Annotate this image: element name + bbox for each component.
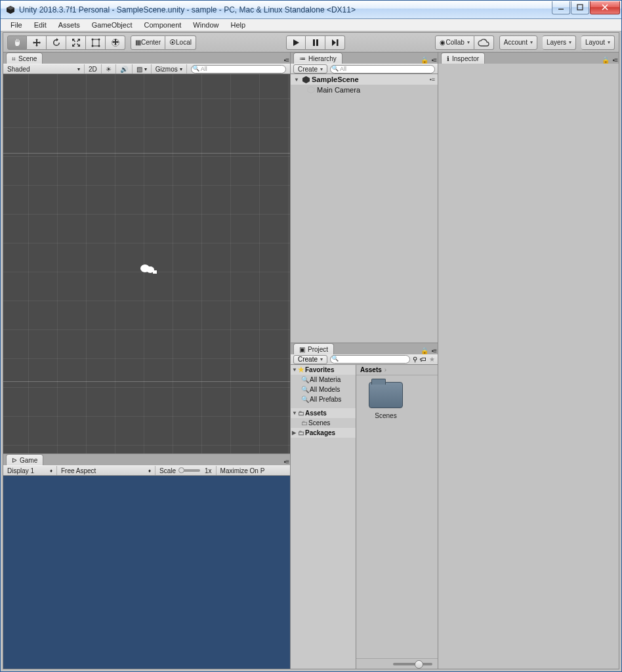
svg-point-7 bbox=[91, 38, 93, 40]
play-button[interactable] bbox=[286, 35, 306, 50]
scene-view[interactable] bbox=[3, 74, 290, 453]
favorite-item[interactable]: 🔍All Models bbox=[291, 385, 356, 394]
scene-tab[interactable]: ⌗Scene bbox=[6, 52, 43, 64]
scene-menu-icon[interactable]: ▪≡ bbox=[430, 76, 435, 83]
menu-edit[interactable]: Edit bbox=[28, 20, 52, 30]
layers-dropdown[interactable]: Layers bbox=[543, 35, 576, 50]
game-aspect-dropdown[interactable]: Free Aspect♦ bbox=[57, 466, 156, 475]
project-panel: ▣Project 🔒 ▪≡ Create ⚲ 🏷 ★ ▼★Favorites bbox=[291, 343, 438, 669]
hierarchy-tab[interactable]: ≔Hierarchy bbox=[293, 52, 342, 64]
folder-item[interactable]: Scenes bbox=[363, 382, 409, 419]
camera-gizmo-icon[interactable] bbox=[138, 263, 158, 280]
project-tree[interactable]: ▼★Favorites 🔍All Materia 🔍All Models 🔍Al… bbox=[291, 365, 356, 669]
asset-folder-item[interactable]: 🗀Scenes bbox=[291, 418, 356, 428]
favorites-header[interactable]: ▼★Favorites bbox=[291, 365, 356, 375]
inspector-body[interactable] bbox=[438, 64, 619, 669]
hierarchy-create-dropdown[interactable]: Create bbox=[293, 64, 327, 74]
svg-rect-16 bbox=[337, 39, 339, 46]
step-button[interactable] bbox=[325, 35, 345, 50]
hierarchy-scene-row[interactable]: ▼ SampleScene ▪≡ bbox=[291, 74, 438, 85]
game-scale[interactable]: Scale 1x bbox=[156, 466, 217, 475]
close-button[interactable] bbox=[590, 1, 620, 14]
game-tab[interactable]: ᐅGame bbox=[6, 454, 43, 465]
pause-button[interactable] bbox=[306, 35, 325, 50]
inspector-tab[interactable]: ℹInspector bbox=[441, 52, 485, 64]
rotate-tool-button[interactable] bbox=[47, 35, 66, 50]
transform-tool-button[interactable] bbox=[106, 35, 125, 50]
menu-window[interactable]: Window bbox=[187, 20, 224, 30]
menu-gameobject[interactable]: GameObject bbox=[86, 20, 138, 30]
account-dropdown[interactable]: Account bbox=[499, 35, 537, 50]
hierarchy-scene-label: SampleScene bbox=[312, 75, 359, 83]
fold-icon[interactable]: ▼ bbox=[293, 77, 300, 83]
editor-area: ▦ Center ⦿ Local ◉ Collab Account Layers… bbox=[3, 32, 619, 669]
scene-tab-menu-icon[interactable]: ▪≡ bbox=[284, 56, 289, 64]
titlebar[interactable]: Unity 2018.3.7f1 Personal - SampleScene.… bbox=[1, 1, 621, 19]
gameobject-icon bbox=[306, 85, 316, 94]
favorite-item[interactable]: 🔍All Materia bbox=[291, 375, 356, 385]
application-window: Unity 2018.3.7f1 Personal - SampleScene.… bbox=[0, 0, 622, 672]
hierarchy-search[interactable]: All bbox=[330, 65, 435, 74]
game-view[interactable] bbox=[3, 476, 290, 669]
assets-header[interactable]: ▼🗀Assets bbox=[291, 408, 356, 418]
scene-lighting-toggle[interactable]: ☀ bbox=[102, 64, 116, 74]
project-lock-icon[interactable]: 🔒 bbox=[421, 347, 428, 354]
menu-assets[interactable]: Assets bbox=[52, 20, 86, 30]
layout-dropdown[interactable]: Layout bbox=[581, 35, 615, 50]
rect-tool-button[interactable] bbox=[86, 35, 106, 50]
project-zoom-slider[interactable] bbox=[393, 663, 432, 665]
game-tabrow: ᐅGame ▪≡ bbox=[3, 454, 290, 465]
menu-help[interactable]: Help bbox=[224, 20, 251, 30]
game-tab-menu-icon[interactable]: ▪≡ bbox=[284, 458, 289, 465]
scene-axis-line bbox=[3, 153, 290, 154]
game-display-dropdown[interactable]: Display 1♦ bbox=[3, 466, 57, 475]
game-toolbar: Display 1♦ Free Aspect♦ Scale 1x Maximiz… bbox=[3, 465, 290, 476]
menu-component[interactable]: Component bbox=[138, 20, 187, 30]
hand-tool-button[interactable] bbox=[7, 35, 27, 50]
project-breadcrumb[interactable]: Assets› bbox=[356, 365, 438, 375]
scale-tool-button[interactable] bbox=[66, 35, 86, 50]
scene-audio-toggle[interactable]: 🔊 bbox=[116, 64, 133, 74]
packages-header[interactable]: ▶🗀Packages bbox=[291, 428, 356, 438]
svg-marker-12 bbox=[293, 39, 299, 46]
move-tool-button[interactable] bbox=[27, 35, 47, 50]
project-grid[interactable]: Scenes bbox=[356, 375, 438, 658]
minimize-button[interactable] bbox=[552, 1, 570, 14]
hierarchy-lock-icon[interactable]: 🔒 bbox=[421, 56, 428, 64]
hierarchy-body[interactable]: ▼ SampleScene ▪≡ Main Camera bbox=[291, 74, 438, 343]
inspector-tab-menu-icon[interactable]: ▪≡ bbox=[613, 56, 617, 64]
project-tab[interactable]: ▣Project bbox=[293, 343, 334, 354]
window-buttons bbox=[551, 1, 620, 14]
scene-shading-dropdown[interactable]: Shaded▾ bbox=[3, 64, 85, 74]
inspector-lock-icon[interactable]: 🔒 bbox=[602, 56, 610, 64]
scene-toolbar: Shaded▾ 2D ☀ 🔊 ▧ ▾ Gizmos ▾ All bbox=[3, 64, 290, 74]
game-maximize-toggle[interactable]: Maximize On P bbox=[217, 466, 269, 475]
scene-search[interactable]: All bbox=[187, 64, 290, 74]
favorite-item[interactable]: 🔍All Prefabs bbox=[291, 394, 356, 404]
pivot-local-button[interactable]: ⦿ Local bbox=[165, 35, 196, 50]
svg-rect-3 bbox=[577, 5, 583, 10]
pivot-center-button[interactable]: ▦ Center bbox=[131, 35, 165, 50]
scene-fx-dropdown[interactable]: ▧ ▾ bbox=[133, 64, 152, 74]
project-search[interactable] bbox=[330, 355, 410, 364]
project-tab-menu-icon[interactable]: ▪≡ bbox=[432, 347, 436, 354]
hierarchy-item[interactable]: Main Camera bbox=[291, 85, 438, 95]
folder-label: Scenes bbox=[375, 412, 396, 419]
scene-2d-toggle[interactable]: 2D bbox=[85, 64, 102, 74]
maximize-button[interactable] bbox=[571, 1, 589, 14]
hierarchy-tab-menu-icon[interactable]: ▪≡ bbox=[432, 56, 436, 64]
project-star-icon[interactable]: ★ bbox=[429, 356, 435, 363]
project-filter-icon[interactable]: ⚲ bbox=[413, 356, 417, 363]
hierarchy-header: Create All bbox=[291, 64, 438, 74]
inspector-icon: ℹ bbox=[447, 55, 449, 62]
project-tag-icon[interactable]: 🏷 bbox=[420, 356, 426, 363]
menu-file[interactable]: File bbox=[5, 20, 28, 30]
main-toolbar: ▦ Center ⦿ Local ◉ Collab Account Layers… bbox=[3, 33, 619, 52]
left-column: ⌗Scene ▪≡ Shaded▾ 2D ☀ 🔊 ▧ ▾ Gizmos ▾ Al… bbox=[3, 52, 291, 669]
scene-gizmos-dropdown[interactable]: Gizmos ▾ bbox=[152, 64, 187, 74]
project-create-dropdown[interactable]: Create bbox=[293, 355, 327, 364]
folder-icon: 🗀 bbox=[298, 429, 304, 436]
cloud-button[interactable] bbox=[474, 35, 494, 50]
collab-button[interactable]: ◉ Collab bbox=[435, 35, 474, 50]
svg-point-10 bbox=[98, 45, 100, 47]
